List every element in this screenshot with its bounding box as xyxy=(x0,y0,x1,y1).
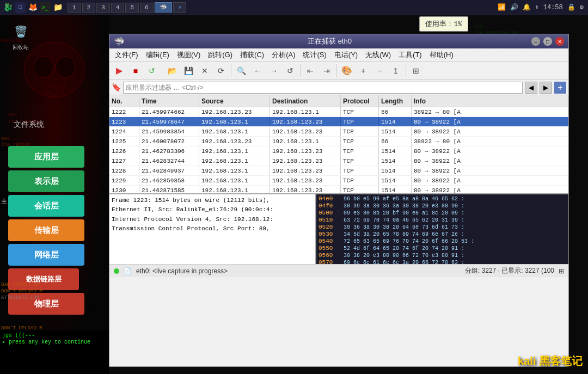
toolbar-zoom-in[interactable]: + xyxy=(356,63,371,78)
menu-capture[interactable]: 捕获(C) xyxy=(237,49,267,61)
toolbar-goto[interactable]: ↺ xyxy=(283,63,298,78)
menu-edit[interactable]: 编辑(E) xyxy=(143,49,173,61)
minimize-button[interactable]: – xyxy=(531,37,540,46)
osi-presentation-layer[interactable]: 表示层 xyxy=(8,170,84,192)
taskbar-app-5[interactable]: 5 xyxy=(125,3,139,13)
toolbar-forward[interactable]: → xyxy=(266,63,281,78)
cell-info: 80 → 38922 [A xyxy=(412,156,568,165)
toolbar-back[interactable]: ← xyxy=(250,63,265,78)
toolbar-sep-5 xyxy=(406,64,406,77)
osi-network-layer[interactable]: 网络层 xyxy=(8,244,84,266)
table-row[interactable]: 1224 21.459983854 192.168.123.1 192.168.… xyxy=(109,127,568,137)
menu-help[interactable]: 帮助(H) xyxy=(426,49,457,61)
table-row[interactable]: 1229 21.462859858 192.168.123.1 192.168.… xyxy=(109,176,568,186)
table-row[interactable]: 1225 21.460078072 192.168.123.23 192.168… xyxy=(109,137,568,146)
hex-row: 0560 30 38 20 e3 80 90 66 72 70 e3 80 91… xyxy=(318,252,566,259)
toolbar-find[interactable]: 🔍 xyxy=(234,63,249,78)
table-row[interactable]: 1230 21.462871585 192.168.123.1 192.168.… xyxy=(109,186,568,193)
taskbar-clock: 14:58 xyxy=(543,4,563,11)
taskbar-app-6[interactable]: 6 xyxy=(140,3,154,13)
toolbar-reload[interactable]: ⟳ xyxy=(213,63,229,78)
toolbar-sep-2 xyxy=(231,64,231,77)
toolbar-save[interactable]: 💾 xyxy=(181,63,196,78)
filter-add-button[interactable]: + xyxy=(554,82,566,94)
col-header-time: Time xyxy=(139,95,199,107)
table-row[interactable]: 1226 21.462783306 192.168.123.1 192.168.… xyxy=(109,146,568,156)
hex-bytes: 69 6c 6c 61 6c 6c 3a 20 66 72 70 63 : xyxy=(344,260,566,265)
filter-icon: 🔖 xyxy=(112,83,121,92)
hex-bytes: 63 72 69 70 74 0a 46 65 62 20 31 39 : xyxy=(344,217,566,223)
trash-icon-container[interactable]: 🗑️ 回收站 xyxy=(4,21,37,51)
menu-file[interactable]: 文件(F) xyxy=(112,49,142,61)
taskbar-app-1[interactable]: 1 xyxy=(68,3,81,13)
filter-arrow-right[interactable]: ▶ xyxy=(540,82,552,94)
cell-time: 21.462783306 xyxy=(139,146,199,156)
toolbar-resize-cols[interactable]: ⊞ xyxy=(408,63,424,78)
table-row[interactable]: 1228 21.462849937 192.168.123.1 192.168.… xyxy=(109,166,568,176)
taskbar-terminal-icon[interactable]: >_ xyxy=(40,2,51,13)
menu-statistics[interactable]: 统计(S) xyxy=(299,49,329,61)
toolbar-zoom-out[interactable]: − xyxy=(372,63,387,78)
menu-analyze[interactable]: 分析(A) xyxy=(268,49,298,61)
cell-time: 21.462832744 xyxy=(139,156,199,165)
hex-offset: 0540 xyxy=(318,238,339,244)
osi-app-layer[interactable]: 应用层 xyxy=(8,146,84,168)
filter-arrow-left[interactable]: ◀ xyxy=(525,82,537,94)
toolbar-restart-capture[interactable]: ↺ xyxy=(144,63,160,78)
toolbar-zoom-reset[interactable]: 1 xyxy=(388,63,403,78)
usage-text: 使用率：1% xyxy=(425,20,462,28)
titlebar-controls: – □ ✕ xyxy=(531,37,564,46)
taskbar-firefox-icon[interactable]: 🦊 xyxy=(27,2,38,13)
table-row[interactable]: 1223 21.459978647 192.168.123.1 192.168.… xyxy=(109,117,568,127)
taskbar-app-3[interactable]: 3 xyxy=(96,3,110,13)
toolbar-close[interactable]: ✕ xyxy=(197,63,212,78)
taskbar-network-icon: 📶 xyxy=(498,3,506,11)
col-header-protocol: Protocol xyxy=(341,95,379,107)
cell-len: 1514 xyxy=(379,156,412,165)
toolbar-nav-1[interactable]: ⇤ xyxy=(303,63,318,78)
packet-detail[interactable]: Frame 1223: 1514 bytes on wire (12112 bi… xyxy=(109,194,316,264)
taskbar-power-icon: ⚙ xyxy=(580,3,584,11)
menu-wireless[interactable]: 无线(W) xyxy=(362,49,394,61)
wireshark-menubar: 文件(F) 编辑(E) 视图(V) 跳转(G) 捕获(C) 分析(A) 统计(S… xyxy=(109,48,568,62)
menu-view[interactable]: 视图(V) xyxy=(174,49,204,61)
maximize-button[interactable]: □ xyxy=(543,37,552,46)
taskbar-app-4[interactable]: 4 xyxy=(111,3,125,13)
taskbar-app-2[interactable]: 2 xyxy=(82,3,96,13)
trash-label: 回收站 xyxy=(13,44,29,51)
detail-area: Frame 1223: 1514 bytes on wire (12112 bi… xyxy=(109,193,568,264)
taskbar-icon-5[interactable]: 📁 xyxy=(52,2,63,13)
menu-telephony[interactable]: 电话(Y) xyxy=(331,49,361,61)
table-row[interactable]: 1227 21.462832744 192.168.123.1 192.168.… xyxy=(109,156,568,166)
taskbar-icon-2[interactable]: □ xyxy=(15,2,26,13)
toolbar-nav-2[interactable]: ⇥ xyxy=(319,63,334,78)
taskbar-right: 📶 🔊 🔔 ⬆ 14:58 🔒 ⚙ xyxy=(498,3,588,11)
col-header-info: Info xyxy=(412,95,568,107)
cell-info: 80 → 38922 [A xyxy=(412,146,568,156)
kali-logo-icon[interactable]: 🐉 xyxy=(2,2,13,13)
taskbar-wireshark-btn[interactable]: 🦈 xyxy=(155,2,172,13)
svg-point-2 xyxy=(56,56,75,78)
toolbar-stop-capture[interactable]: ■ xyxy=(128,63,143,78)
filter-input[interactable] xyxy=(123,82,523,94)
hex-offset: 0550 xyxy=(318,245,339,252)
osi-session-layer[interactable]: 会话层 xyxy=(8,195,84,217)
hex-dump[interactable]: 04e0 96 b0 e5 90 af e5 8a a8 0a 46 65 62… xyxy=(316,194,568,264)
toolbar-start-capture[interactable]: ▶ xyxy=(112,63,127,78)
hex-row: 04e0 96 b0 e5 90 af e5 8a a8 0a 46 65 62… xyxy=(318,195,566,202)
cell-dst: 192.168.123.23 xyxy=(270,156,341,165)
cell-proto: TCP xyxy=(341,107,379,117)
toolbar-coloring[interactable]: 🎨 xyxy=(339,63,354,78)
cell-time: 21.459974662 xyxy=(139,107,199,117)
menu-go[interactable]: 跳转(G) xyxy=(205,49,236,61)
osi-transport-layer[interactable]: 传输层 xyxy=(8,219,84,241)
cell-len: 1514 xyxy=(379,127,412,136)
menu-tools[interactable]: 工具(T) xyxy=(395,49,425,61)
table-row[interactable]: 1222 21.459974662 192.168.123.23 192.168… xyxy=(109,107,568,117)
cell-src: 192.168.123.1 xyxy=(199,117,270,126)
cell-dst: 192.168.123.23 xyxy=(270,127,341,136)
toolbar-open[interactable]: 📂 xyxy=(164,63,180,78)
taskbar-extra-btn[interactable]: ⚡ xyxy=(173,2,187,13)
qr-icon: ⊞ xyxy=(559,267,564,275)
close-button[interactable]: ✕ xyxy=(555,37,564,46)
